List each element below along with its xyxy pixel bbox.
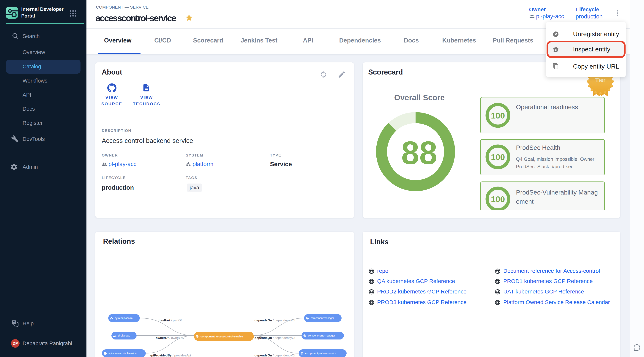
svg-text:?: ? xyxy=(13,321,15,324)
svg-text:100: 100 xyxy=(491,194,505,204)
svg-text:100: 100 xyxy=(491,152,505,162)
svg-text:Tier: Tier xyxy=(595,77,606,83)
svg-text:100: 100 xyxy=(491,111,505,120)
